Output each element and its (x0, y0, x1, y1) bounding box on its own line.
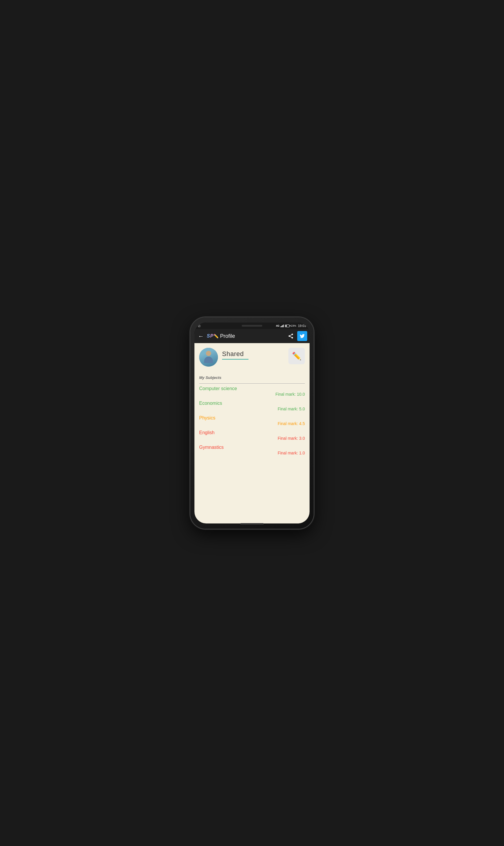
status-left: ⊡ (198, 324, 200, 327)
network-type: 4G (276, 324, 279, 327)
back-icon: ← (198, 333, 204, 340)
share-icon (288, 333, 294, 339)
phone-frame: ⊡ 4G 23% 19:03 ← (190, 317, 314, 529)
username-area: Shared (222, 348, 284, 360)
status-right: 4G 23% 19:03 (276, 324, 306, 327)
subject-item[interactable]: Gymnastics Final mark: 1.0 (199, 445, 305, 455)
section-title: My Subjects (199, 375, 305, 380)
svg-point-0 (292, 334, 293, 335)
app-logo: SP✏️ (207, 334, 219, 339)
section-divider (199, 383, 305, 384)
subject-mark: Final mark: 5.0 (199, 407, 305, 411)
app-bar-actions (287, 331, 307, 341)
notification-icon: ⊡ (198, 324, 200, 327)
subject-name: Physics (199, 415, 305, 421)
edit-icon: ✏️ (292, 352, 301, 361)
twitter-button[interactable] (297, 331, 307, 341)
twitter-icon (300, 334, 305, 339)
subject-item[interactable]: Physics Final mark: 4.5 (199, 415, 305, 426)
subject-name: English (199, 430, 305, 435)
battery-icon (285, 325, 290, 327)
subject-mark: Final mark: 1.0 (199, 451, 305, 455)
edit-button[interactable]: ✏️ (288, 348, 305, 364)
svg-line-4 (290, 335, 292, 336)
phone-screen: ⊡ 4G 23% 19:03 ← (194, 323, 310, 523)
svg-line-3 (290, 336, 292, 337)
back-button[interactable]: ← (197, 332, 205, 341)
main-content: Shared ✏️ My Subjects Computer science F… (194, 343, 310, 523)
subject-name: Gymnastics (199, 445, 305, 450)
page-title: Profile (220, 333, 235, 339)
subject-name: Economics (199, 401, 305, 406)
subject-name: Computer science (199, 386, 305, 391)
profile-header: Shared ✏️ (199, 348, 305, 366)
share-button[interactable] (287, 332, 295, 340)
username-underline (222, 359, 249, 360)
battery-percent: 23% (291, 324, 296, 327)
status-bar: ⊡ 4G 23% 19:03 (194, 323, 310, 329)
subjects-section: My Subjects Computer science Final mark:… (199, 375, 305, 455)
app-title-area: SP✏️ Profile (207, 333, 285, 339)
subjects-list: Computer science Final mark: 10.0 Econom… (199, 386, 305, 455)
subject-item[interactable]: Computer science Final mark: 10.0 (199, 386, 305, 397)
subject-mark: Final mark: 4.5 (199, 421, 305, 426)
svg-point-2 (292, 337, 293, 338)
clock: 19:03 (298, 324, 306, 327)
subject-mark: Final mark: 10.0 (199, 392, 305, 397)
subject-mark: Final mark: 3.0 (199, 436, 305, 440)
username: Shared (222, 350, 284, 358)
subject-item[interactable]: English Final mark: 3.0 (199, 430, 305, 440)
subject-item[interactable]: Economics Final mark: 5.0 (199, 401, 305, 411)
avatar (199, 348, 218, 366)
svg-point-1 (289, 336, 290, 337)
app-bar: ← SP✏️ Profile (194, 329, 310, 343)
signal-icon (281, 324, 284, 327)
